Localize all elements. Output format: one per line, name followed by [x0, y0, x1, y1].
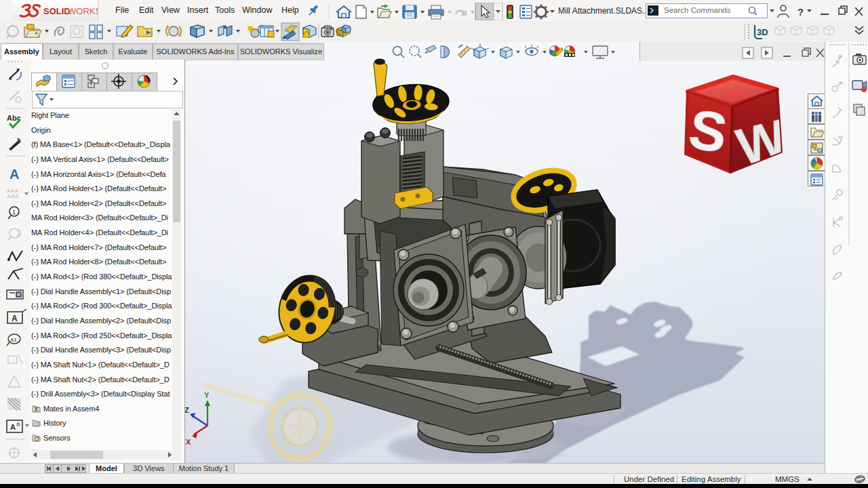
svg-text:SOLID: SOLID — [43, 6, 71, 16]
svg-text:1: 1 — [12, 209, 16, 216]
svg-text:A: A — [10, 423, 16, 431]
svg-text:Y: Y — [204, 391, 210, 399]
svg-text:AAA: AAA — [7, 193, 19, 199]
svg-text:3D: 3D — [757, 27, 768, 37]
svg-text:X: X — [186, 438, 191, 446]
svg-text:A: A — [12, 314, 18, 323]
svg-text:?: ? — [797, 6, 804, 18]
svg-text:Z: Z — [184, 406, 189, 414]
svg-text:A1: A1 — [10, 337, 17, 343]
svg-text:WORKS: WORKS — [68, 6, 98, 16]
svg-text:A: A — [9, 167, 19, 182]
